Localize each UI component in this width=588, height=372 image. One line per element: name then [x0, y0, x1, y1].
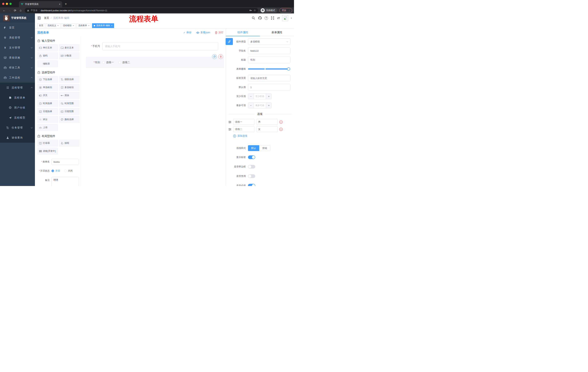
sidebar-item-process-model[interactable]: 流程模型 — [0, 113, 35, 123]
view-tab-home[interactable]: 首页 — [37, 23, 45, 28]
option-label-input[interactable] — [233, 126, 255, 132]
minimize-window-button[interactable] — [6, 3, 8, 5]
view-json-button[interactable]: 查看json — [196, 31, 210, 34]
component-item-time-range[interactable]: 时间范围 — [59, 100, 80, 107]
canvas-field-gender-selected[interactable]: *性别 选项一 选项二 — [86, 57, 224, 68]
style-button-button[interactable]: 按钮 — [259, 145, 270, 151]
component-item-color-picker[interactable]: 颜色选择 — [59, 116, 80, 123]
update-button[interactable]: 更新 ⋮ — [279, 8, 292, 13]
close-icon[interactable]: × — [57, 24, 59, 27]
canvas-field-phone[interactable]: *手机号 — [86, 42, 224, 50]
form-name-input[interactable] — [52, 159, 79, 165]
delete-component-button[interactable] — [218, 54, 223, 59]
component-item-multi-text[interactable]: 多行文本 — [59, 44, 80, 51]
close-icon[interactable]: × — [73, 24, 74, 27]
show-label-toggle[interactable] — [248, 155, 255, 159]
increase-button[interactable]: + — [266, 103, 272, 108]
link-drawer-handle[interactable] — [226, 38, 233, 45]
border-toggle[interactable] — [248, 165, 255, 169]
component-item-date-range[interactable]: 日期范围 — [59, 108, 80, 115]
gender-option-1[interactable]: 选项一 — [102, 61, 114, 64]
github-icon[interactable] — [258, 16, 262, 20]
sidebar-item-user-group[interactable]: 用户分组 — [0, 103, 35, 113]
component-item-cascader[interactable]: 级联选择 — [59, 76, 80, 83]
new-tab-button[interactable]: + — [65, 2, 67, 6]
sidebar-item-process-form[interactable]: 流程表单 — [0, 93, 35, 103]
checkbox-box[interactable] — [102, 61, 105, 64]
phone-input[interactable] — [102, 42, 218, 50]
forward-icon[interactable]: → — [7, 9, 12, 12]
max-select-value[interactable]: 最多可选 — [254, 103, 266, 108]
breadcrumb-home[interactable]: 首页 — [44, 16, 49, 20]
bookmark-star-icon[interactable]: ☆ — [254, 9, 256, 12]
component-item-switch[interactable]: 开关 — [37, 92, 58, 99]
tab-form-props[interactable]: 表单属性 — [260, 29, 294, 36]
browser-tab[interactable]: 芋道管理系统 × — [19, 1, 62, 7]
option-label-input[interactable] — [233, 119, 255, 125]
remove-option-button[interactable] — [279, 128, 283, 131]
view-tab-process-definition[interactable]: 流程定义× — [46, 23, 60, 28]
required-toggle[interactable] — [248, 184, 255, 186]
component-item-rate[interactable]: ☆评分 — [37, 116, 58, 123]
close-window-button[interactable] — [2, 3, 4, 5]
component-item-upload[interactable]: 上传 — [37, 124, 58, 131]
option-value-input[interactable] — [256, 119, 278, 125]
avatar[interactable] — [282, 15, 288, 21]
sidebar-item-infra[interactable]: 基础设施 — [0, 53, 35, 63]
sidebar-item-devtools[interactable]: 研发工具 — [0, 63, 35, 73]
sidebar-item-home[interactable]: 首页 — [0, 22, 35, 32]
component-item-select[interactable]: 下拉选择 — [37, 76, 58, 83]
search-icon[interactable] — [252, 16, 255, 20]
form-remark-textarea[interactable]: 嘿嘿 — [52, 177, 79, 186]
clear-button[interactable]: 清空 — [215, 31, 223, 34]
view-tab-process-model[interactable]: 流程模型× — [61, 23, 76, 28]
sidebar-collapse-icon[interactable] — [37, 17, 41, 20]
label-width-input[interactable] — [248, 75, 290, 81]
view-tab-process-form-edit[interactable]: 流程表单-编辑× — [92, 23, 114, 28]
help-icon[interactable]: ? — [264, 16, 268, 20]
save-button[interactable]: ✓保存 — [183, 31, 192, 34]
sidebar-item-payment[interactable]: ¥ 支付管理 — [0, 43, 35, 53]
reload-icon[interactable]: ⟳ — [13, 9, 18, 12]
component-item-password[interactable]: 密码 — [37, 52, 58, 59]
maximize-window-button[interactable] — [10, 3, 12, 5]
status-radio-off[interactable]: 关闭 — [64, 169, 73, 172]
close-icon[interactable]: × — [111, 24, 113, 27]
browser-menu-icon[interactable]: ⋮ — [288, 9, 290, 12]
window-controls[interactable] — [0, 3, 14, 7]
decrease-button[interactable]: − — [248, 94, 254, 99]
component-type-select[interactable]: 多选框组 — [248, 38, 290, 45]
component-item-date-picker[interactable]: 日期选择 — [37, 108, 58, 115]
default-value-input[interactable] — [248, 84, 290, 90]
fullscreen-icon[interactable] — [271, 16, 274, 20]
tab-component-props[interactable]: 组件属性 — [226, 29, 260, 36]
component-item-row-container[interactable]: 行容器 — [37, 139, 58, 147]
component-item-button[interactable]: 按钮 — [59, 139, 80, 147]
remove-option-button[interactable] — [279, 120, 283, 124]
increase-button[interactable]: + — [266, 94, 272, 99]
sidebar-item-task-mgmt[interactable]: 任务管理 — [0, 123, 35, 133]
component-item-editor[interactable]: 编辑器 — [37, 60, 58, 67]
slider-handle[interactable] — [287, 67, 290, 71]
close-icon[interactable]: × — [88, 24, 90, 27]
back-icon[interactable]: ← — [2, 9, 7, 12]
gender-option-2[interactable]: 选项二 — [118, 61, 130, 64]
password-key-icon[interactable] — [249, 9, 252, 12]
sidebar-item-workflow[interactable]: 工作流程 — [0, 73, 35, 83]
component-item-time-picker[interactable]: 时间选择 — [37, 100, 58, 107]
disabled-toggle[interactable] — [248, 174, 255, 178]
field-name-input[interactable] — [248, 47, 290, 54]
status-radio-on[interactable]: 开启 — [52, 169, 60, 172]
tab-close-icon[interactable]: × — [59, 3, 60, 6]
address-bar[interactable]: 不安全 dashboard.yudao.iocoder.cn/bpm/manag… — [25, 8, 258, 13]
component-item-counter[interactable]: 123计数器 — [59, 52, 80, 59]
sidebar-item-process-mgmt[interactable]: 流程管理 — [0, 83, 35, 93]
component-item-checkbox-group[interactable]: 多选框组 — [59, 84, 80, 91]
caret-down-icon[interactable]: ▾ — [291, 17, 292, 19]
font-size-icon[interactable]: ᴛT — [277, 17, 280, 20]
component-item-table[interactable]: 表格[开发中] — [37, 148, 58, 155]
add-option-button[interactable]: 添加选项 — [233, 134, 294, 138]
option-value-input[interactable] — [256, 126, 278, 132]
home-icon[interactable]: ⌂ — [18, 9, 23, 12]
decrease-button[interactable]: − — [248, 103, 254, 108]
